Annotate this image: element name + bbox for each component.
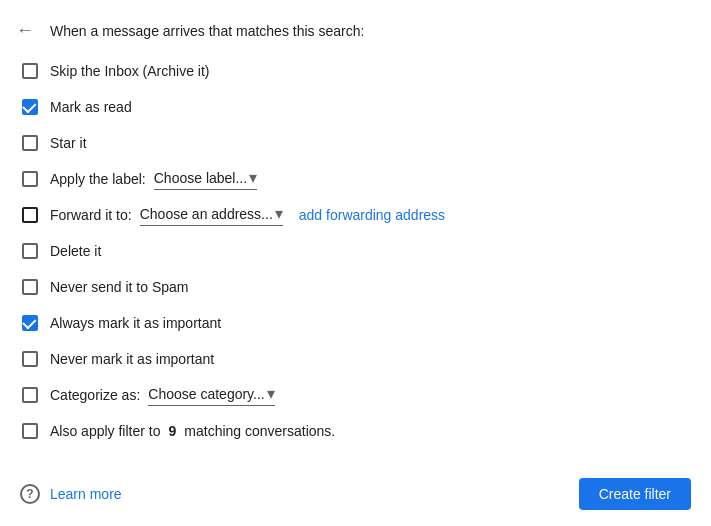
- checkbox-never-spam-wrapper[interactable]: [20, 277, 40, 297]
- label-never-spam: Never send it to Spam: [50, 279, 189, 295]
- matching-count: 9: [169, 423, 177, 439]
- checkbox-forward[interactable]: [22, 207, 38, 223]
- dropdown-choose-address[interactable]: Choose an address... ▾: [140, 204, 283, 226]
- filter-row-star-it: Star it: [20, 125, 691, 161]
- dropdown-choose-label[interactable]: Choose label... ▾: [154, 168, 257, 190]
- checkbox-always-important-wrapper[interactable]: [20, 313, 40, 333]
- label-always-important: Always mark it as important: [50, 315, 221, 331]
- filter-row-delete: Delete it: [20, 233, 691, 269]
- filter-row-apply-label: Apply the label: Choose label... ▾: [20, 161, 691, 197]
- learn-more-link[interactable]: Learn more: [50, 486, 122, 502]
- checkbox-apply-label[interactable]: [22, 171, 38, 187]
- checkbox-apply-filter[interactable]: [22, 423, 38, 439]
- label-delete: Delete it: [50, 243, 101, 259]
- checkbox-never-important[interactable]: [22, 351, 38, 367]
- checkbox-skip-inbox-wrapper[interactable]: [20, 61, 40, 81]
- checkbox-never-important-wrapper[interactable]: [20, 349, 40, 369]
- dropdown-choose-label-arrow: ▾: [249, 168, 257, 187]
- page-title: When a message arrives that matches this…: [50, 23, 364, 39]
- label-categorize: Categorize as: Choose category... ▾: [50, 384, 275, 406]
- dropdown-choose-address-arrow: ▾: [275, 204, 283, 223]
- checkbox-categorize-wrapper[interactable]: [20, 385, 40, 405]
- label-never-important: Never mark it as important: [50, 351, 214, 367]
- filter-row-forward: Forward it to: Choose an address... ▾ ad…: [20, 197, 691, 233]
- dropdown-choose-category[interactable]: Choose category... ▾: [148, 384, 274, 406]
- label-skip-inbox: Skip the Inbox (Archive it): [50, 63, 210, 79]
- filter-row-never-spam: Never send it to Spam: [20, 269, 691, 305]
- help-icon[interactable]: ?: [20, 484, 40, 504]
- learn-more-section: ? Learn more: [20, 484, 122, 504]
- dropdown-choose-category-arrow: ▾: [267, 384, 275, 403]
- dropdown-choose-address-text: Choose an address...: [140, 206, 273, 222]
- label-apply-filter: Also apply filter to 9 matching conversa…: [50, 423, 335, 439]
- filter-options-container: Skip the Inbox (Archive it) Mark as read…: [0, 53, 711, 462]
- checkbox-apply-filter-wrapper[interactable]: [20, 421, 40, 441]
- back-icon[interactable]: ←: [16, 20, 34, 41]
- filter-row-skip-inbox: Skip the Inbox (Archive it): [20, 53, 691, 89]
- footer: ? Learn more Create filter: [0, 462, 711, 526]
- filter-row-always-important: Always mark it as important: [20, 305, 691, 341]
- page-header: ← When a message arrives that matches th…: [0, 0, 711, 53]
- filter-row-mark-as-read: Mark as read: [20, 89, 691, 125]
- checkbox-never-spam[interactable]: [22, 279, 38, 295]
- label-mark-as-read: Mark as read: [50, 99, 132, 115]
- dropdown-choose-category-text: Choose category...: [148, 386, 264, 402]
- dropdown-choose-label-text: Choose label...: [154, 170, 247, 186]
- add-forwarding-address-link[interactable]: add forwarding address: [299, 207, 445, 223]
- checkbox-delete-wrapper[interactable]: [20, 241, 40, 261]
- checkbox-always-important[interactable]: [22, 315, 38, 331]
- label-star-it: Star it: [50, 135, 87, 151]
- checkbox-apply-label-wrapper[interactable]: [20, 169, 40, 189]
- checkbox-star-it[interactable]: [22, 135, 38, 151]
- checkbox-star-it-wrapper[interactable]: [20, 133, 40, 153]
- filter-row-apply-filter: Also apply filter to 9 matching conversa…: [20, 413, 691, 449]
- checkbox-mark-as-read[interactable]: [22, 99, 38, 115]
- create-filter-button[interactable]: Create filter: [579, 478, 691, 510]
- filter-row-never-important: Never mark it as important: [20, 341, 691, 377]
- checkbox-categorize[interactable]: [22, 387, 38, 403]
- label-forward: Forward it to: Choose an address... ▾ ad…: [50, 204, 445, 226]
- checkbox-mark-as-read-wrapper[interactable]: [20, 97, 40, 117]
- checkbox-skip-inbox[interactable]: [22, 63, 38, 79]
- label-apply-label: Apply the label: Choose label... ▾: [50, 168, 257, 190]
- checkbox-delete[interactable]: [22, 243, 38, 259]
- checkbox-forward-wrapper[interactable]: [20, 205, 40, 225]
- filter-row-categorize: Categorize as: Choose category... ▾: [20, 377, 691, 413]
